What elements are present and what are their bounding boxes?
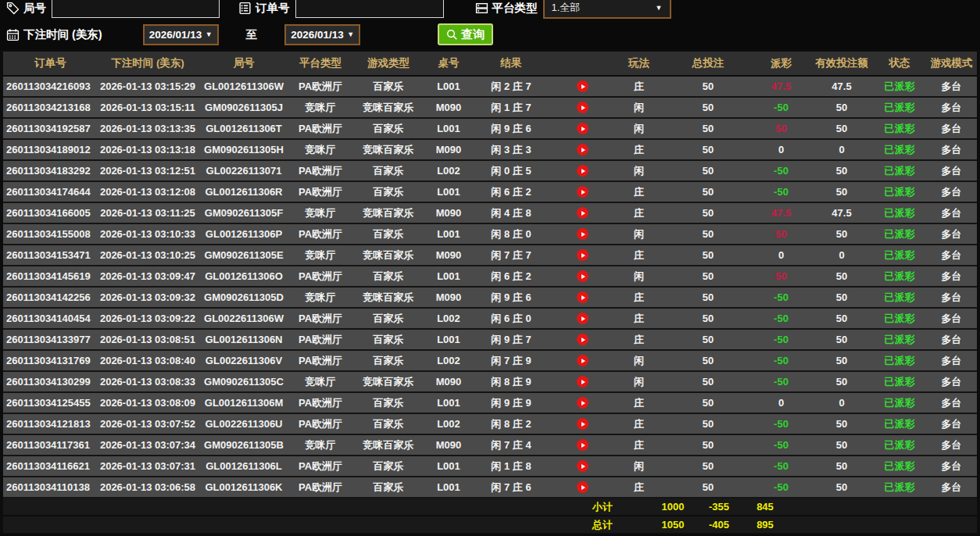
- search-button[interactable]: 查询: [438, 23, 493, 45]
- replay-icon[interactable]: [577, 460, 588, 472]
- status-cell: 已派彩: [873, 435, 926, 455]
- game-no-cell: GL0022611306U: [198, 414, 290, 434]
- game-mode-cell: 多台: [926, 161, 977, 180]
- replay-icon[interactable]: [577, 123, 588, 134]
- replay-icon[interactable]: [577, 165, 588, 177]
- platform-select-value: 1.全部: [552, 1, 581, 15]
- platform-cell: PA欧洲厅: [290, 182, 351, 202]
- date-to-picker[interactable]: 2026/01/13 ▼: [284, 24, 360, 45]
- platform-cell: PA欧洲厅: [290, 477, 351, 497]
- table-row: 2601130341166212026-01-13 03:07:31GL0012…: [3, 456, 977, 477]
- game-mode-cell: 多台: [926, 372, 977, 391]
- replay-icon[interactable]: [577, 313, 588, 324]
- order-cell: 260113034216093: [3, 77, 98, 96]
- total-bet-cell: 50: [664, 372, 752, 391]
- game-type-cell: 竞咪百家乐: [351, 435, 426, 455]
- replay-icon[interactable]: [577, 291, 588, 303]
- bet-side-cell: 庄: [613, 330, 664, 349]
- table-row: 2601130341456192026-01-13 03:09:47GL0012…: [3, 266, 977, 288]
- order-cell: 260113034140454: [3, 309, 98, 328]
- platform-icon: [475, 2, 488, 15]
- replay-icon[interactable]: [577, 80, 588, 92]
- replay-icon[interactable]: [577, 355, 588, 366]
- replay-icon[interactable]: [577, 102, 588, 113]
- platform-cell: 竞咪厅: [290, 288, 351, 307]
- date-from-picker[interactable]: 2026/01/13 ▼: [143, 24, 219, 45]
- bet-side-cell: 庄: [613, 203, 664, 223]
- game-type-cell: 竞咪百家乐: [351, 98, 426, 117]
- result-cell: 闲 7 庄 4: [471, 435, 551, 455]
- date-from-value: 2026/01/13: [149, 29, 202, 41]
- replay-icon[interactable]: [577, 228, 588, 240]
- bet-side-cell: 闲: [613, 456, 664, 476]
- table-no-cell: L001: [426, 266, 471, 286]
- replay-icon[interactable]: [577, 397, 588, 409]
- bet-time-cell: 2026-01-13 03:08:33: [98, 372, 198, 391]
- platform-cell: PA欧洲厅: [290, 414, 351, 434]
- result-cell: 闲 9 庄 6: [471, 119, 551, 138]
- table-row: 2601130342160932026-01-13 03:15:29GL0012…: [3, 77, 977, 98]
- result-cell: 闲 7 庄 7: [471, 245, 551, 265]
- payout-cell: -50: [752, 372, 810, 391]
- platform-select[interactable]: 1.全部 ▼: [543, 0, 671, 19]
- payout-cell: 0: [752, 245, 810, 265]
- platform-cell: PA欧洲厅: [290, 224, 351, 244]
- replay-icon[interactable]: [577, 376, 588, 388]
- game-type-cell: 百家乐: [351, 330, 426, 349]
- payout-cell: -50: [752, 182, 810, 202]
- replay-cell: [551, 98, 613, 117]
- replay-icon[interactable]: [577, 270, 588, 282]
- total-bet-cell: 50: [664, 393, 752, 413]
- replay-cell: [551, 330, 613, 349]
- replay-icon[interactable]: [577, 418, 588, 430]
- total-bet-cell: 50: [664, 456, 752, 476]
- bet-side-cell: 庄: [613, 393, 664, 413]
- replay-cell: [551, 119, 613, 138]
- status-cell: 已派彩: [873, 77, 926, 96]
- game-no-cell: GL0012611306P: [198, 224, 290, 244]
- valid-bet-cell: 47.5: [810, 203, 873, 223]
- valid-bet-cell: 50: [810, 266, 873, 286]
- game-type-cell: 百家乐: [351, 393, 426, 413]
- replay-icon[interactable]: [577, 144, 588, 155]
- game-no-cell: GM0902611305B: [198, 435, 290, 455]
- table-no-cell: M090: [426, 98, 471, 117]
- total-bet-cell: 50: [664, 309, 752, 328]
- column-header: 游戏模式: [926, 52, 977, 75]
- subtotal-valid-bet: 845: [742, 498, 789, 515]
- game-mode-cell: 多台: [926, 435, 977, 455]
- replay-icon[interactable]: [577, 439, 588, 451]
- game-no-cell: GM0902611305H: [198, 140, 290, 159]
- valid-bet-cell: 50: [810, 414, 873, 434]
- game-type-cell: 百家乐: [351, 266, 426, 286]
- game-type-cell: 竞咪百家乐: [351, 203, 426, 223]
- payout-cell: 0: [752, 140, 810, 159]
- result-cell: 闲 0 庄 5: [471, 161, 551, 180]
- total-bet-cell: 50: [664, 414, 752, 434]
- replay-icon[interactable]: [577, 207, 588, 219]
- column-header-spacer: [551, 52, 613, 75]
- game-no-input[interactable]: [52, 0, 220, 18]
- order-no-label: 订单号: [256, 1, 290, 16]
- replay-icon[interactable]: [577, 334, 588, 345]
- replay-icon[interactable]: [577, 249, 588, 261]
- table-row: 2601130341302992026-01-13 03:08:33GM0902…: [3, 372, 977, 393]
- valid-bet-cell: 50: [810, 161, 873, 180]
- grand-total-valid-bet: 895: [742, 516, 789, 533]
- subtotal-payout: -355: [696, 498, 742, 515]
- bet-time-cell: 2026-01-13 03:08:09: [98, 393, 198, 413]
- order-no-input[interactable]: [295, 0, 444, 18]
- platform-cell: 竞咪厅: [290, 203, 351, 223]
- game-type-cell: 百家乐: [351, 224, 426, 244]
- status-cell: 已派彩: [873, 477, 926, 497]
- replay-cell: [551, 203, 613, 223]
- replay-icon[interactable]: [577, 481, 588, 493]
- total-bet-cell: 50: [664, 288, 752, 307]
- bet-side-cell: 闲: [613, 119, 664, 138]
- replay-icon[interactable]: [577, 186, 588, 198]
- table-no-cell: L001: [426, 393, 471, 413]
- bet-time-cell: 2026-01-13 03:07:52: [98, 414, 198, 434]
- game-mode-cell: 多台: [926, 119, 977, 138]
- payout-cell: 50: [752, 224, 810, 244]
- game-no-cell: GM0902611305F: [198, 203, 290, 223]
